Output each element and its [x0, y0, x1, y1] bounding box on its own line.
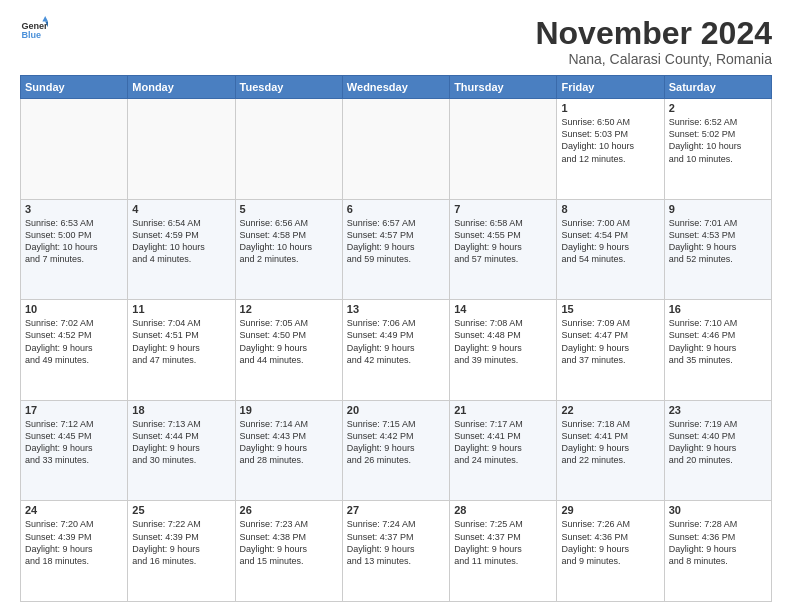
location-subtitle: Nana, Calarasi County, Romania — [535, 51, 772, 67]
day-info: Sunrise: 7:04 AM Sunset: 4:51 PM Dayligh… — [132, 317, 230, 366]
logo-icon: General Blue — [20, 16, 48, 44]
day-number: 21 — [454, 404, 552, 416]
month-title: November 2024 — [535, 16, 772, 51]
day-number: 24 — [25, 504, 123, 516]
calendar-week-2: 3Sunrise: 6:53 AM Sunset: 5:00 PM Daylig… — [21, 199, 772, 300]
calendar-cell: 5Sunrise: 6:56 AM Sunset: 4:58 PM Daylig… — [235, 199, 342, 300]
calendar-cell: 13Sunrise: 7:06 AM Sunset: 4:49 PM Dayli… — [342, 300, 449, 401]
svg-text:General: General — [21, 21, 48, 31]
calendar-week-3: 10Sunrise: 7:02 AM Sunset: 4:52 PM Dayli… — [21, 300, 772, 401]
day-info: Sunrise: 6:54 AM Sunset: 4:59 PM Dayligh… — [132, 217, 230, 266]
day-info: Sunrise: 7:08 AM Sunset: 4:48 PM Dayligh… — [454, 317, 552, 366]
calendar-cell: 11Sunrise: 7:04 AM Sunset: 4:51 PM Dayli… — [128, 300, 235, 401]
day-info: Sunrise: 7:12 AM Sunset: 4:45 PM Dayligh… — [25, 418, 123, 467]
calendar-cell: 10Sunrise: 7:02 AM Sunset: 4:52 PM Dayli… — [21, 300, 128, 401]
day-info: Sunrise: 7:19 AM Sunset: 4:40 PM Dayligh… — [669, 418, 767, 467]
calendar-cell: 27Sunrise: 7:24 AM Sunset: 4:37 PM Dayli… — [342, 501, 449, 602]
logo: General Blue — [20, 16, 48, 44]
day-number: 20 — [347, 404, 445, 416]
day-number: 26 — [240, 504, 338, 516]
calendar-table: Sunday Monday Tuesday Wednesday Thursday… — [20, 75, 772, 602]
day-number: 5 — [240, 203, 338, 215]
day-info: Sunrise: 7:14 AM Sunset: 4:43 PM Dayligh… — [240, 418, 338, 467]
calendar-cell — [128, 99, 235, 200]
calendar-cell: 3Sunrise: 6:53 AM Sunset: 5:00 PM Daylig… — [21, 199, 128, 300]
day-info: Sunrise: 7:15 AM Sunset: 4:42 PM Dayligh… — [347, 418, 445, 467]
calendar-cell: 30Sunrise: 7:28 AM Sunset: 4:36 PM Dayli… — [664, 501, 771, 602]
calendar-cell: 2Sunrise: 6:52 AM Sunset: 5:02 PM Daylig… — [664, 99, 771, 200]
calendar-cell: 12Sunrise: 7:05 AM Sunset: 4:50 PM Dayli… — [235, 300, 342, 401]
calendar-cell: 28Sunrise: 7:25 AM Sunset: 4:37 PM Dayli… — [450, 501, 557, 602]
calendar-cell: 15Sunrise: 7:09 AM Sunset: 4:47 PM Dayli… — [557, 300, 664, 401]
day-info: Sunrise: 7:05 AM Sunset: 4:50 PM Dayligh… — [240, 317, 338, 366]
day-info: Sunrise: 6:58 AM Sunset: 4:55 PM Dayligh… — [454, 217, 552, 266]
calendar-cell — [342, 99, 449, 200]
day-info: Sunrise: 7:09 AM Sunset: 4:47 PM Dayligh… — [561, 317, 659, 366]
day-number: 2 — [669, 102, 767, 114]
calendar-cell: 26Sunrise: 7:23 AM Sunset: 4:38 PM Dayli… — [235, 501, 342, 602]
title-block: November 2024 Nana, Calarasi County, Rom… — [535, 16, 772, 67]
day-number: 30 — [669, 504, 767, 516]
calendar-cell: 4Sunrise: 6:54 AM Sunset: 4:59 PM Daylig… — [128, 199, 235, 300]
day-number: 13 — [347, 303, 445, 315]
calendar-cell: 24Sunrise: 7:20 AM Sunset: 4:39 PM Dayli… — [21, 501, 128, 602]
day-number: 10 — [25, 303, 123, 315]
svg-marker-2 — [42, 16, 48, 22]
calendar-cell: 7Sunrise: 6:58 AM Sunset: 4:55 PM Daylig… — [450, 199, 557, 300]
day-number: 15 — [561, 303, 659, 315]
day-number: 27 — [347, 504, 445, 516]
calendar-cell: 21Sunrise: 7:17 AM Sunset: 4:41 PM Dayli… — [450, 400, 557, 501]
day-info: Sunrise: 7:28 AM Sunset: 4:36 PM Dayligh… — [669, 518, 767, 567]
calendar-cell: 18Sunrise: 7:13 AM Sunset: 4:44 PM Dayli… — [128, 400, 235, 501]
calendar-header-row: Sunday Monday Tuesday Wednesday Thursday… — [21, 76, 772, 99]
day-number: 7 — [454, 203, 552, 215]
calendar-cell: 1Sunrise: 6:50 AM Sunset: 5:03 PM Daylig… — [557, 99, 664, 200]
day-info: Sunrise: 7:22 AM Sunset: 4:39 PM Dayligh… — [132, 518, 230, 567]
day-info: Sunrise: 7:20 AM Sunset: 4:39 PM Dayligh… — [25, 518, 123, 567]
day-number: 17 — [25, 404, 123, 416]
day-info: Sunrise: 7:00 AM Sunset: 4:54 PM Dayligh… — [561, 217, 659, 266]
day-info: Sunrise: 6:57 AM Sunset: 4:57 PM Dayligh… — [347, 217, 445, 266]
calendar-cell: 25Sunrise: 7:22 AM Sunset: 4:39 PM Dayli… — [128, 501, 235, 602]
day-number: 19 — [240, 404, 338, 416]
calendar-cell: 9Sunrise: 7:01 AM Sunset: 4:53 PM Daylig… — [664, 199, 771, 300]
calendar-cell: 29Sunrise: 7:26 AM Sunset: 4:36 PM Dayli… — [557, 501, 664, 602]
calendar-cell: 22Sunrise: 7:18 AM Sunset: 4:41 PM Dayli… — [557, 400, 664, 501]
day-info: Sunrise: 7:26 AM Sunset: 4:36 PM Dayligh… — [561, 518, 659, 567]
calendar-cell: 20Sunrise: 7:15 AM Sunset: 4:42 PM Dayli… — [342, 400, 449, 501]
day-info: Sunrise: 7:06 AM Sunset: 4:49 PM Dayligh… — [347, 317, 445, 366]
day-info: Sunrise: 7:01 AM Sunset: 4:53 PM Dayligh… — [669, 217, 767, 266]
svg-text:Blue: Blue — [21, 30, 41, 40]
day-number: 4 — [132, 203, 230, 215]
day-number: 28 — [454, 504, 552, 516]
col-wednesday: Wednesday — [342, 76, 449, 99]
col-sunday: Sunday — [21, 76, 128, 99]
day-number: 29 — [561, 504, 659, 516]
day-number: 22 — [561, 404, 659, 416]
day-number: 25 — [132, 504, 230, 516]
calendar-week-4: 17Sunrise: 7:12 AM Sunset: 4:45 PM Dayli… — [21, 400, 772, 501]
day-info: Sunrise: 7:02 AM Sunset: 4:52 PM Dayligh… — [25, 317, 123, 366]
day-number: 6 — [347, 203, 445, 215]
day-number: 11 — [132, 303, 230, 315]
day-number: 12 — [240, 303, 338, 315]
col-friday: Friday — [557, 76, 664, 99]
day-number: 23 — [669, 404, 767, 416]
day-number: 18 — [132, 404, 230, 416]
day-info: Sunrise: 6:56 AM Sunset: 4:58 PM Dayligh… — [240, 217, 338, 266]
col-tuesday: Tuesday — [235, 76, 342, 99]
day-number: 8 — [561, 203, 659, 215]
calendar-cell: 8Sunrise: 7:00 AM Sunset: 4:54 PM Daylig… — [557, 199, 664, 300]
day-number: 16 — [669, 303, 767, 315]
col-saturday: Saturday — [664, 76, 771, 99]
day-info: Sunrise: 7:24 AM Sunset: 4:37 PM Dayligh… — [347, 518, 445, 567]
day-info: Sunrise: 7:10 AM Sunset: 4:46 PM Dayligh… — [669, 317, 767, 366]
calendar-week-1: 1Sunrise: 6:50 AM Sunset: 5:03 PM Daylig… — [21, 99, 772, 200]
day-info: Sunrise: 6:53 AM Sunset: 5:00 PM Dayligh… — [25, 217, 123, 266]
calendar-cell — [450, 99, 557, 200]
calendar-cell: 17Sunrise: 7:12 AM Sunset: 4:45 PM Dayli… — [21, 400, 128, 501]
header: General Blue November 2024 Nana, Calaras… — [20, 16, 772, 67]
col-thursday: Thursday — [450, 76, 557, 99]
calendar-cell: 6Sunrise: 6:57 AM Sunset: 4:57 PM Daylig… — [342, 199, 449, 300]
day-info: Sunrise: 7:13 AM Sunset: 4:44 PM Dayligh… — [132, 418, 230, 467]
